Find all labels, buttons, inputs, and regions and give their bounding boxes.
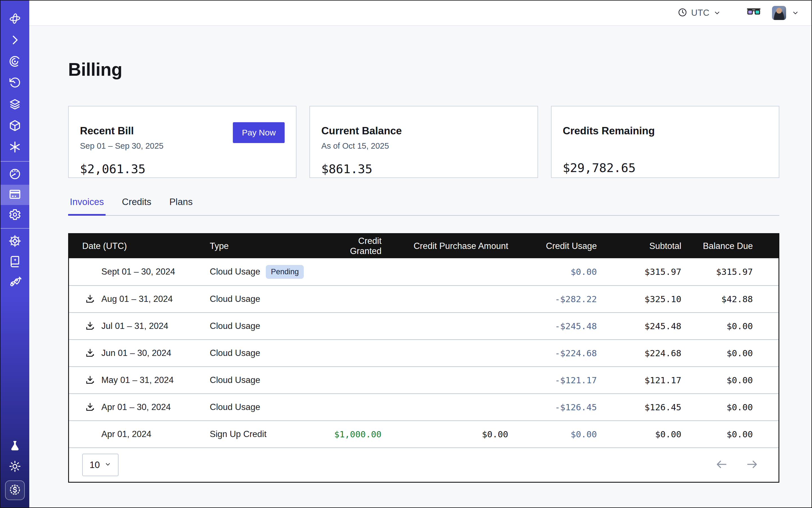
balance-due-value: $42.88 xyxy=(681,294,780,304)
pagination: 10 xyxy=(69,448,778,482)
sidebar-item-credits[interactable] xyxy=(5,480,25,500)
sidebar-item-docs[interactable] xyxy=(1,252,29,272)
settings-gear-icon xyxy=(8,208,22,222)
sidebar-item-billing[interactable] xyxy=(1,185,29,205)
table-row: May 01 – 31, 2024 Cloud Usage -$121.17 $… xyxy=(69,366,778,393)
sidebar xyxy=(1,1,29,507)
prev-page-arrow[interactable] xyxy=(715,458,728,472)
rocket-icon xyxy=(8,275,22,289)
layers-icon xyxy=(8,98,22,112)
card-title: Credits Remaining xyxy=(563,125,768,137)
col-subtotal: Subtotal xyxy=(597,241,681,251)
col-credit-granted: Credit Granted xyxy=(325,236,382,256)
table-header: Date (UTC) Type Credit Granted Credit Pu… xyxy=(69,234,778,258)
main-content: Billing Recent Bill Sep 01 – Sep 30, 202… xyxy=(29,27,811,507)
current-balance-card: Current Balance As of Oct 15, 2025 $861.… xyxy=(309,106,538,178)
recent-bill-card: Recent Bill Sep 01 – Sep 30, 2025 $2,061… xyxy=(68,106,296,178)
sidebar-item-observe[interactable] xyxy=(1,51,29,73)
credit-usage-value: -$121.17 xyxy=(508,375,597,385)
invoice-type: Cloud Usage xyxy=(210,294,260,304)
invoice-date: Sept 01 – 30, 2024 xyxy=(101,267,175,277)
balance-due-value: $0.00 xyxy=(681,348,780,358)
sidebar-divider xyxy=(1,228,29,229)
status-badge: Pending xyxy=(266,265,304,279)
invoice-type: Cloud Usage xyxy=(210,375,260,385)
sidebar-item-labs[interactable] xyxy=(1,436,29,457)
cube-icon xyxy=(8,119,22,133)
col-balance-due: Balance Due xyxy=(681,241,780,251)
helm-icon xyxy=(8,235,22,249)
timezone-selector[interactable]: UTC xyxy=(678,8,721,18)
table-row: Apr 01 – 30, 2024 Cloud Usage -$126.45 $… xyxy=(69,393,778,420)
col-date: Date (UTC) xyxy=(69,241,210,251)
chevron-down-icon[interactable] xyxy=(792,9,799,16)
download-invoice-button[interactable] xyxy=(85,294,101,304)
current-balance-amount: $861.35 xyxy=(321,162,526,176)
clock-icon xyxy=(678,8,687,18)
credits-remaining-card: Credits Remaining $29,782.65 xyxy=(551,106,779,178)
gauge-icon xyxy=(8,168,22,182)
asterisk-icon xyxy=(8,140,22,155)
credits-remaining-amount: $29,782.65 xyxy=(563,161,768,175)
invoices-table: Date (UTC) Type Credit Granted Credit Pu… xyxy=(68,233,779,483)
table-row: Apr 01, 2024 Sign Up Credit $1,000.00 $0… xyxy=(69,420,778,448)
pay-now-button[interactable]: Pay Now xyxy=(233,122,285,143)
table-row: Jul 01 – 31, 2024 Cloud Usage -$245.48 $… xyxy=(69,312,778,339)
credit-usage-value: -$224.68 xyxy=(508,348,597,358)
subtotal-value: $121.17 xyxy=(597,375,681,385)
download-invoice-button[interactable] xyxy=(85,375,101,385)
sidebar-item-rocket[interactable] xyxy=(1,272,29,292)
billing-tabs: Invoices Credits Plans xyxy=(68,197,779,216)
invoice-type: Cloud Usage xyxy=(210,402,260,412)
tab-credits[interactable]: Credits xyxy=(120,197,153,216)
sidebar-item-helm[interactable] xyxy=(1,231,29,252)
page-size-value: 10 xyxy=(90,460,100,470)
invoice-type: Cloud Usage xyxy=(210,348,260,358)
sidebar-divider xyxy=(1,161,29,162)
sidebar-item-history[interactable] xyxy=(1,73,29,94)
next-page-arrow[interactable] xyxy=(745,458,759,472)
balance-due-value: $0.00 xyxy=(681,429,780,439)
invoice-type: Cloud Usage xyxy=(210,321,260,331)
table-row: Aug 01 – 31, 2024 Cloud Usage -$282.22 $… xyxy=(69,285,778,312)
sidebar-item-asterisk[interactable] xyxy=(1,137,29,158)
orbit-logo[interactable] xyxy=(1,8,29,30)
chevron-down-icon xyxy=(104,461,111,469)
download-invoice-button[interactable] xyxy=(85,348,101,358)
balance-due-value: $0.00 xyxy=(681,321,780,331)
col-credit-usage: Credit Usage xyxy=(508,241,597,251)
subtotal-value: $0.00 xyxy=(597,429,681,439)
table-row: Jun 01 – 30, 2024 Cloud Usage -$224.68 $… xyxy=(69,339,778,366)
sidebar-item-theme[interactable] xyxy=(1,457,29,477)
credit-usage-value: -$282.22 xyxy=(508,294,597,304)
credit-usage-value: $0.00 xyxy=(508,267,597,277)
balance-due-value: $0.00 xyxy=(681,402,780,412)
timezone-label: UTC xyxy=(691,8,710,18)
invoice-date: Apr 01, 2024 xyxy=(101,429,152,439)
chevron-down-icon xyxy=(714,9,721,16)
col-credit-purchase-amount: Credit Purchase Amount xyxy=(382,241,508,251)
sidebar-item-dashboard[interactable] xyxy=(1,164,29,185)
recent-bill-amount: $2,061.35 xyxy=(80,162,285,176)
sidebar-item-layers[interactable] xyxy=(1,94,29,116)
sidebar-item-cube[interactable] xyxy=(1,116,29,137)
avatar[interactable] xyxy=(772,6,786,20)
table-body: Sept 01 – 30, 2024 Cloud Usage Pending $… xyxy=(69,258,778,448)
balance-as-of: As of Oct 15, 2025 xyxy=(321,141,526,151)
download-invoice-button[interactable] xyxy=(85,402,101,412)
tab-invoices[interactable]: Invoices xyxy=(68,197,105,216)
summary-cards: Recent Bill Sep 01 – Sep 30, 2025 $2,061… xyxy=(68,106,779,178)
page-size-select[interactable]: 10 xyxy=(82,454,119,476)
sidebar-expand[interactable] xyxy=(1,30,29,51)
invoice-date: Aug 01 – 31, 2024 xyxy=(101,294,173,304)
glasses-icon[interactable] xyxy=(747,8,761,18)
subtotal-value: $126.45 xyxy=(597,402,681,412)
subtotal-value: $325.10 xyxy=(597,294,681,304)
docs-book-icon xyxy=(8,255,22,269)
chevron-right-icon xyxy=(8,34,22,48)
sidebar-item-settings[interactable] xyxy=(1,205,29,225)
download-invoice-button[interactable] xyxy=(85,321,101,331)
credit-usage-value: -$126.45 xyxy=(508,402,597,412)
tab-plans[interactable]: Plans xyxy=(168,197,195,216)
credit-usage-value: -$245.48 xyxy=(508,321,597,331)
